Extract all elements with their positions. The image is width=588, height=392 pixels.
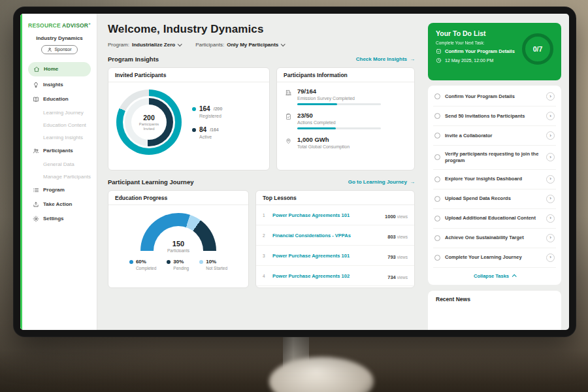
task-checkbox[interactable] xyxy=(434,154,440,160)
actions-value: 23/50 xyxy=(297,112,381,119)
program-filter-value: Industrialize Zero xyxy=(132,42,175,48)
chevron-right-icon[interactable]: › xyxy=(546,175,555,184)
actions-progress-bar xyxy=(297,127,381,129)
sidebar-item-learning-journey[interactable]: Learning Journey xyxy=(22,106,97,119)
page-title: Welcome, Industry Dynamics xyxy=(108,23,415,36)
task-checkbox[interactable] xyxy=(434,255,440,261)
check-more-insights-link[interactable]: Check More Insights → xyxy=(356,56,415,62)
lesson-row: 5 Power Purchase Agreements 103 600views xyxy=(256,286,414,288)
task-row[interactable]: Explore Your Insights Dashboard› xyxy=(433,170,556,189)
pending-dot xyxy=(167,260,171,264)
chevron-right-icon[interactable]: › xyxy=(546,253,555,262)
task-checkbox[interactable] xyxy=(434,113,440,119)
recent-news-card: Recent News xyxy=(428,291,561,331)
sidebar-item-learning-insights[interactable]: Learning Insights xyxy=(22,131,97,144)
task-row[interactable]: Send 50 Invitations to Participants› xyxy=(433,106,556,126)
task-label: Confirm Your Program Details xyxy=(445,93,542,100)
invited-donut-center: 200 Participants Invited xyxy=(131,105,167,140)
task-label: Upload Additional Educational Content xyxy=(445,215,542,221)
chevron-down-icon xyxy=(281,42,286,46)
task-checkbox[interactable] xyxy=(434,216,440,221)
task-row[interactable]: Upload Additional Educational Content› xyxy=(433,209,556,229)
sidebar-item-program[interactable]: Program xyxy=(22,183,97,197)
chevron-right-icon[interactable]: › xyxy=(546,214,555,223)
task-row[interactable]: Complete Your Learning Journey› xyxy=(433,248,556,268)
home-icon xyxy=(33,66,40,73)
pin-icon xyxy=(285,137,292,144)
sidebar-item-label: Learning Journey xyxy=(43,110,84,116)
actions-progress-fill xyxy=(297,127,336,129)
info-row-consumption: 1,000 GWh Total Global Consumption xyxy=(277,131,414,153)
chevron-right-icon[interactable]: › xyxy=(546,131,555,140)
arrow-right-icon: → xyxy=(410,179,415,185)
sidebar-item-education-content[interactable]: Education Content xyxy=(22,119,97,131)
sidebar-item-label: Program xyxy=(43,187,65,193)
task-checkbox[interactable] xyxy=(434,196,440,202)
task-checkbox[interactable] xyxy=(434,93,440,99)
sidebar-item-insights[interactable]: Insights xyxy=(22,78,97,92)
insights-cards-row: Invited Participants 200 Participants In… xyxy=(108,67,415,171)
chevron-right-icon[interactable]: › xyxy=(546,153,555,161)
invited-donut-body: 200 Participants Invited 164/200 Registe… xyxy=(108,82,269,162)
task-label: Verify participants requesting to join t… xyxy=(445,151,542,164)
go-to-learning-journey-link[interactable]: Go to Learning Journey → xyxy=(348,179,415,185)
sidebar-item-home[interactable]: Home xyxy=(28,62,91,76)
program-filter[interactable]: Program: Industrialize Zero xyxy=(108,42,181,48)
education-progress-card: Education Progress 150 Participants xyxy=(108,190,249,288)
sidebar-item-education[interactable]: Education xyxy=(22,92,97,106)
task-row[interactable]: Achieve One Sustainability Target› xyxy=(433,229,556,248)
participants-filter[interactable]: Participants: Only My Participants xyxy=(195,42,284,48)
brand-advisor: ADVISOR xyxy=(62,22,88,29)
todo-rail: Your To Do List Complete Your Next Task:… xyxy=(424,14,569,330)
legend-pending: 30% Pending xyxy=(167,259,189,270)
collapse-label: Collapse Tasks xyxy=(474,273,509,279)
sidebar-item-general-data[interactable]: General Data xyxy=(22,158,97,171)
task-label: Invite a Collaborator xyxy=(445,133,542,139)
filters-row: Program: Industrialize Zero Participants… xyxy=(108,42,415,48)
emission-label: Emission Survey Completed xyxy=(297,96,381,101)
chevron-down-icon xyxy=(178,42,182,46)
brand-resource: RESOURCE xyxy=(28,22,61,29)
task-row[interactable]: Invite a Collaborator› xyxy=(433,126,556,146)
chevron-right-icon[interactable]: › xyxy=(546,195,555,203)
clock-icon xyxy=(436,57,442,63)
card-title: Top Lessons xyxy=(256,191,414,205)
active-total: /164 xyxy=(210,127,219,132)
completed-dot xyxy=(129,260,133,264)
task-checkbox[interactable] xyxy=(434,235,440,241)
chevron-right-icon[interactable]: › xyxy=(546,112,555,120)
task-row[interactable]: Upload Spend Data Records› xyxy=(433,189,556,209)
todo-summary-card: Your To Do List Complete Your Next Task:… xyxy=(428,23,561,80)
sidebar-item-label: General Data xyxy=(43,161,74,167)
emission-value: 79/164 xyxy=(297,88,381,95)
sidebar-item-label: Insights xyxy=(43,82,63,88)
info-row-actions: 23/50 Actions Completed xyxy=(277,106,414,131)
chevron-right-icon[interactable]: › xyxy=(546,234,555,242)
sidebar-item-take-action[interactable]: Take Action xyxy=(22,197,97,212)
lesson-views-word: views xyxy=(397,255,408,259)
collapse-tasks-link[interactable]: Collapse Tasks xyxy=(433,268,556,282)
participants-information-card: Participants Information 79/164 Emission… xyxy=(276,67,415,171)
sidebar-item-participants[interactable]: Participants xyxy=(22,144,97,158)
section-title-program-insights: Program Insights xyxy=(108,56,159,63)
chevron-right-icon[interactable]: › xyxy=(546,92,555,101)
task-checkbox[interactable] xyxy=(434,133,440,139)
sidebar-item-settings[interactable]: Settings xyxy=(22,212,97,226)
gauge-center-value: 150 xyxy=(140,240,216,248)
task-checkbox[interactable] xyxy=(434,176,440,182)
task-row[interactable]: Confirm Your Program Details› xyxy=(433,87,556,106)
lesson-link[interactable]: Financial Considerations - VPPAs xyxy=(272,233,383,238)
legend-registered: 164/200 Registered xyxy=(192,105,222,118)
education-gauge-chart: 150 Participants xyxy=(140,213,216,252)
card-title: Participants Information xyxy=(277,68,414,82)
link-label: Check More Insights xyxy=(356,56,407,62)
lesson-link[interactable]: Power Purchase Agreements 102 xyxy=(272,273,383,279)
sidebar-nav: Home Insights Education Learning Journey… xyxy=(22,62,97,226)
task-row[interactable]: Verify participants requesting to join t… xyxy=(433,146,556,170)
lesson-link[interactable]: Power Purchase Agreements 101 xyxy=(272,253,383,259)
lesson-link[interactable]: Power Purchase Agreements 101 xyxy=(272,212,380,218)
invited-participants-card: Invited Participants 200 Participants In… xyxy=(108,67,270,171)
building-icon xyxy=(285,89,292,96)
sidebar-item-manage-participants[interactable]: Manage Participants xyxy=(22,171,97,183)
consumption-value: 1,000 GWh xyxy=(297,136,350,143)
